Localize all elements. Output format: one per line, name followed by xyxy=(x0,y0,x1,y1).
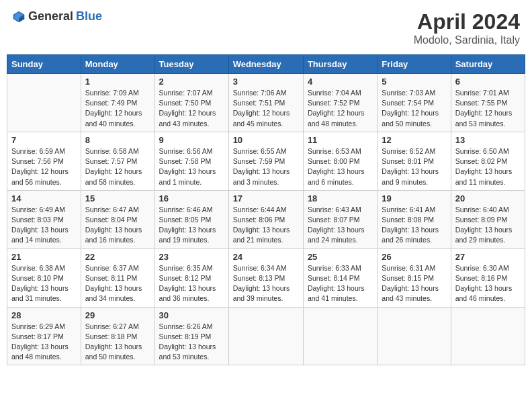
day-number: 16 xyxy=(159,193,224,203)
day-number: 22 xyxy=(85,252,150,262)
day-header-monday: Monday xyxy=(81,55,154,74)
calendar-cell: 16Sunrise: 6:46 AMSunset: 8:05 PMDayligh… xyxy=(154,190,228,248)
day-info: Sunrise: 6:38 AMSunset: 8:10 PMDaylight:… xyxy=(11,263,77,304)
day-info: Sunrise: 7:04 AMSunset: 7:52 PMDaylight:… xyxy=(308,88,373,129)
calendar-cell: 3Sunrise: 7:06 AMSunset: 7:51 PMDaylight… xyxy=(228,74,303,132)
day-info: Sunrise: 6:46 AMSunset: 8:05 PMDaylight:… xyxy=(159,205,224,246)
logo-blue-text: Blue xyxy=(76,9,102,24)
day-info: Sunrise: 7:06 AMSunset: 7:51 PMDaylight:… xyxy=(233,88,299,129)
day-info: Sunrise: 7:03 AMSunset: 7:54 PMDaylight:… xyxy=(382,88,446,129)
calendar-cell: 17Sunrise: 6:44 AMSunset: 8:06 PMDayligh… xyxy=(228,190,303,248)
calendar-cell xyxy=(7,74,81,132)
calendar-cell: 13Sunrise: 6:50 AMSunset: 8:02 PMDayligh… xyxy=(451,132,525,190)
calendar-cell: 11Sunrise: 6:53 AMSunset: 8:00 PMDayligh… xyxy=(303,132,377,190)
day-number: 10 xyxy=(233,135,299,145)
day-number: 23 xyxy=(159,252,224,262)
day-number: 27 xyxy=(455,252,521,262)
page-header: GeneralBlue April 2024 Modolo, Sardinia,… xyxy=(7,7,525,49)
day-info: Sunrise: 6:52 AMSunset: 8:01 PMDaylight:… xyxy=(382,146,446,187)
day-header-friday: Friday xyxy=(378,55,451,74)
calendar-cell: 26Sunrise: 6:31 AMSunset: 8:15 PMDayligh… xyxy=(378,248,451,307)
day-number: 28 xyxy=(11,310,77,320)
calendar-header-row: SundayMondayTuesdayWednesdayThursdayFrid… xyxy=(7,55,525,74)
calendar-cell xyxy=(378,307,451,365)
day-number: 6 xyxy=(455,77,521,87)
day-info: Sunrise: 6:50 AMSunset: 8:02 PMDaylight:… xyxy=(455,146,521,187)
calendar-table: SundayMondayTuesdayWednesdayThursdayFrid… xyxy=(7,54,525,365)
day-number: 4 xyxy=(308,77,373,87)
day-info: Sunrise: 6:31 AMSunset: 8:15 PMDaylight:… xyxy=(382,263,446,304)
calendar-cell: 20Sunrise: 6:40 AMSunset: 8:09 PMDayligh… xyxy=(451,190,525,248)
calendar-cell: 1Sunrise: 7:09 AMSunset: 7:49 PMDaylight… xyxy=(81,74,154,132)
day-number: 17 xyxy=(233,193,299,203)
logo-general-text: General xyxy=(28,9,73,24)
day-number: 18 xyxy=(308,193,373,203)
day-number: 25 xyxy=(308,252,373,262)
calendar-cell: 23Sunrise: 6:35 AMSunset: 8:12 PMDayligh… xyxy=(154,248,228,307)
calendar-cell xyxy=(228,307,303,365)
calendar-week-row: 1Sunrise: 7:09 AMSunset: 7:49 PMDaylight… xyxy=(7,74,525,132)
day-number: 15 xyxy=(85,193,150,203)
calendar-cell: 29Sunrise: 6:27 AMSunset: 8:18 PMDayligh… xyxy=(81,307,154,365)
day-number: 7 xyxy=(11,135,77,145)
day-info: Sunrise: 6:30 AMSunset: 8:16 PMDaylight:… xyxy=(455,263,521,304)
calendar-cell: 8Sunrise: 6:58 AMSunset: 7:57 PMDaylight… xyxy=(81,132,154,190)
calendar-cell: 12Sunrise: 6:52 AMSunset: 8:01 PMDayligh… xyxy=(378,132,451,190)
day-info: Sunrise: 6:41 AMSunset: 8:08 PMDaylight:… xyxy=(382,205,446,246)
title-section: April 2024 Modolo, Sardinia, Italy xyxy=(414,9,520,46)
calendar-cell: 21Sunrise: 6:38 AMSunset: 8:10 PMDayligh… xyxy=(7,248,81,307)
day-info: Sunrise: 6:49 AMSunset: 8:03 PMDaylight:… xyxy=(11,205,77,246)
day-info: Sunrise: 6:44 AMSunset: 8:06 PMDaylight:… xyxy=(233,205,299,246)
day-info: Sunrise: 7:01 AMSunset: 7:55 PMDaylight:… xyxy=(455,88,521,129)
day-info: Sunrise: 6:58 AMSunset: 7:57 PMDaylight:… xyxy=(85,146,150,187)
day-info: Sunrise: 6:40 AMSunset: 8:09 PMDaylight:… xyxy=(455,205,521,246)
day-number: 13 xyxy=(455,135,521,145)
calendar-cell: 19Sunrise: 6:41 AMSunset: 8:08 PMDayligh… xyxy=(378,190,451,248)
calendar-cell: 28Sunrise: 6:29 AMSunset: 8:17 PMDayligh… xyxy=(7,307,81,365)
day-number: 9 xyxy=(159,135,224,145)
day-info: Sunrise: 6:53 AMSunset: 8:00 PMDaylight:… xyxy=(308,146,373,187)
day-number: 1 xyxy=(85,77,150,87)
day-number: 5 xyxy=(382,77,446,87)
day-number: 24 xyxy=(233,252,299,262)
day-number: 3 xyxy=(233,77,299,87)
calendar-week-row: 14Sunrise: 6:49 AMSunset: 8:03 PMDayligh… xyxy=(7,190,525,248)
day-info: Sunrise: 6:35 AMSunset: 8:12 PMDaylight:… xyxy=(159,263,224,304)
day-number: 2 xyxy=(159,77,224,87)
day-number: 20 xyxy=(455,193,521,203)
calendar-cell xyxy=(303,307,377,365)
day-number: 29 xyxy=(85,310,150,320)
location-subtitle: Modolo, Sardinia, Italy xyxy=(414,34,520,46)
calendar-cell xyxy=(451,307,525,365)
day-info: Sunrise: 6:43 AMSunset: 8:07 PMDaylight:… xyxy=(308,205,373,246)
day-info: Sunrise: 6:34 AMSunset: 8:13 PMDaylight:… xyxy=(233,263,299,304)
calendar-cell: 6Sunrise: 7:01 AMSunset: 7:55 PMDaylight… xyxy=(451,74,525,132)
day-info: Sunrise: 6:59 AMSunset: 7:56 PMDaylight:… xyxy=(11,146,77,187)
day-info: Sunrise: 6:56 AMSunset: 7:58 PMDaylight:… xyxy=(159,146,224,187)
day-number: 12 xyxy=(382,135,446,145)
calendar-cell: 25Sunrise: 6:33 AMSunset: 8:14 PMDayligh… xyxy=(303,248,377,307)
day-info: Sunrise: 6:37 AMSunset: 8:11 PMDaylight:… xyxy=(85,263,150,304)
calendar-cell: 7Sunrise: 6:59 AMSunset: 7:56 PMDaylight… xyxy=(7,132,81,190)
day-number: 19 xyxy=(382,193,446,203)
logo-icon xyxy=(12,10,26,24)
calendar-cell: 10Sunrise: 6:55 AMSunset: 7:59 PMDayligh… xyxy=(228,132,303,190)
day-number: 8 xyxy=(85,135,150,145)
day-info: Sunrise: 6:33 AMSunset: 8:14 PMDaylight:… xyxy=(308,263,373,304)
calendar-week-row: 7Sunrise: 6:59 AMSunset: 7:56 PMDaylight… xyxy=(7,132,525,190)
day-info: Sunrise: 7:07 AMSunset: 7:50 PMDaylight:… xyxy=(159,88,224,129)
day-header-wednesday: Wednesday xyxy=(228,55,303,74)
calendar-cell: 22Sunrise: 6:37 AMSunset: 8:11 PMDayligh… xyxy=(81,248,154,307)
calendar-cell: 5Sunrise: 7:03 AMSunset: 7:54 PMDaylight… xyxy=(378,74,451,132)
day-number: 14 xyxy=(11,193,77,203)
day-number: 11 xyxy=(308,135,373,145)
day-header-sunday: Sunday xyxy=(7,55,81,74)
calendar-cell: 14Sunrise: 6:49 AMSunset: 8:03 PMDayligh… xyxy=(7,190,81,248)
calendar-cell: 24Sunrise: 6:34 AMSunset: 8:13 PMDayligh… xyxy=(228,248,303,307)
calendar-cell: 18Sunrise: 6:43 AMSunset: 8:07 PMDayligh… xyxy=(303,190,377,248)
calendar-week-row: 21Sunrise: 6:38 AMSunset: 8:10 PMDayligh… xyxy=(7,248,525,307)
month-year-title: April 2024 xyxy=(414,9,520,34)
day-header-saturday: Saturday xyxy=(451,55,525,74)
day-info: Sunrise: 6:26 AMSunset: 8:19 PMDaylight:… xyxy=(159,322,224,363)
calendar-cell: 27Sunrise: 6:30 AMSunset: 8:16 PMDayligh… xyxy=(451,248,525,307)
